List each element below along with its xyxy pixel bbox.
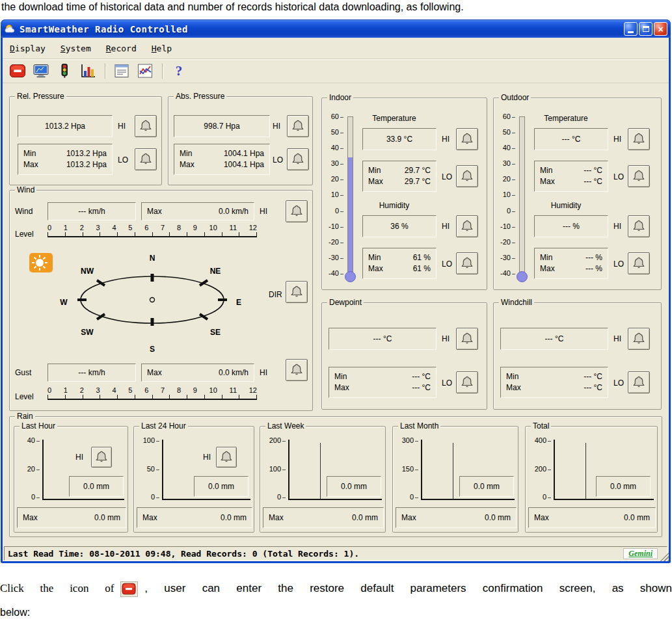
menu-record[interactable]: Record xyxy=(101,42,141,55)
restore-default-button[interactable] xyxy=(7,61,29,81)
compass-ne-label: NE xyxy=(210,267,221,276)
rain-hour-hi-alarm-button[interactable] xyxy=(91,447,112,468)
toolbar-separator xyxy=(162,63,163,79)
rain-scale-label: 40 xyxy=(27,436,40,444)
restore-default-icon xyxy=(121,582,137,596)
max-label: Max xyxy=(506,382,521,393)
maximize-button[interactable] xyxy=(639,22,652,36)
thermometer-bulb xyxy=(517,271,528,282)
monitor-icon xyxy=(33,63,49,79)
outdoor-humidity-hi-alarm-button[interactable] xyxy=(628,215,650,237)
level-scale-number: 12 xyxy=(249,386,257,395)
rain-axis-x xyxy=(554,499,654,500)
level-scale-number: 4 xyxy=(112,386,116,395)
level-scale-number: 9 xyxy=(193,224,197,232)
hi-label: HI xyxy=(442,222,450,231)
value-text: --- °C xyxy=(562,135,581,144)
dewpoint-lo-alarm-button[interactable] xyxy=(456,371,478,393)
indoor-humidity-hi-alarm-button[interactable] xyxy=(456,215,478,237)
thermo-scale-label: 10 xyxy=(503,191,515,198)
windchill-hi-alarm-button[interactable] xyxy=(628,328,650,350)
wind-direction-alarm-button[interactable] xyxy=(286,281,308,303)
compass-n-label: N xyxy=(150,254,155,263)
compass-w-label: W xyxy=(60,298,67,307)
level-scale-number: 2 xyxy=(80,386,84,395)
lo-label: LO xyxy=(613,172,624,181)
current-data-button[interactable] xyxy=(30,61,52,81)
group-title: Total xyxy=(531,421,551,431)
bell-icon xyxy=(632,169,646,183)
thermometer-tube xyxy=(519,116,525,272)
level-scale-number: 4 xyxy=(112,224,116,232)
abs-pressure-hi-alarm-button[interactable] xyxy=(287,115,309,137)
level-scale-number: 10 xyxy=(209,224,217,232)
group-title: Last Week xyxy=(265,421,306,431)
minimize-icon xyxy=(628,31,634,33)
group-title: Dewpoint xyxy=(327,298,364,308)
gust-hi-alarm-button[interactable] xyxy=(286,359,308,381)
indoor-temp-lo-alarm-button[interactable] xyxy=(456,165,478,187)
menu-help[interactable]: Help xyxy=(147,42,176,55)
rel-pressure-lo-alarm-button[interactable] xyxy=(135,148,157,170)
minimize-button[interactable] xyxy=(624,22,638,36)
bell-icon xyxy=(94,450,109,464)
thermo-scale-label: 50 xyxy=(503,128,515,136)
rain-last-month-group: Last Month 3001500 0.0 mm Max0.0 mm xyxy=(392,426,518,533)
max-label: Max xyxy=(368,263,383,274)
outdoor-temp-hi-alarm-button[interactable] xyxy=(628,128,650,150)
rain-axis-x xyxy=(42,499,124,500)
thermo-scale-label: -30 xyxy=(329,254,343,261)
max-label: Max xyxy=(368,176,383,187)
bell-icon xyxy=(291,152,305,166)
rain-total-group: Total 4002000 0.0 mm Max0.0 mm xyxy=(525,426,658,533)
value-text: 0.0 mm xyxy=(83,482,109,491)
outdoor-temperature-value: --- °C xyxy=(534,128,608,150)
alarm-status-button[interactable] xyxy=(53,61,75,81)
close-button[interactable]: × xyxy=(654,22,667,36)
menu-display[interactable]: Display xyxy=(5,42,50,55)
outdoor-humidity-lo-alarm-button[interactable] xyxy=(628,252,650,274)
wind-speed-max: Max0.0 km/h xyxy=(141,202,254,220)
max-label: Max xyxy=(540,176,555,187)
data-window-button[interactable] xyxy=(111,61,133,81)
bell-icon xyxy=(139,119,153,133)
titlebar[interactable]: SmartWeather Radio Controlled × xyxy=(1,20,671,38)
rain-24hour-hi-alarm-button[interactable] xyxy=(216,447,237,468)
hi-label: HI xyxy=(118,122,126,131)
thermo-scale-label: -40 xyxy=(329,269,343,277)
min-label: Min xyxy=(540,252,552,263)
max-value: --- °C xyxy=(412,382,431,393)
hi-label: HI xyxy=(203,453,211,462)
level-scale-number: 2 xyxy=(80,224,84,232)
abs-pressure-group: Abs. Pressure 998.7 Hpa HI Min1004.1 Hpa… xyxy=(168,96,313,185)
abs-pressure-lo-alarm-button[interactable] xyxy=(287,148,309,170)
bell-icon xyxy=(291,119,305,133)
level-ticks xyxy=(47,395,257,400)
level-scale-number: 3 xyxy=(96,224,100,232)
max-value: --- °C xyxy=(584,176,602,187)
wind-hi-alarm-button[interactable] xyxy=(286,200,308,222)
wind-level-ruler: 0123456789101112 xyxy=(47,224,257,237)
rain-scale: 2001000 xyxy=(262,436,286,501)
min-label: Min xyxy=(368,252,381,263)
value-text: --- km/h xyxy=(78,207,105,216)
status-bar: Last Read Time: 08-10-2011 09:48, Read R… xyxy=(4,546,667,561)
min-value: 1013.2 Hpa xyxy=(66,148,107,159)
thermo-scale-label: -20 xyxy=(500,238,515,246)
gust-max: Max0.0 km/h xyxy=(141,364,254,382)
windchill-lo-alarm-button[interactable] xyxy=(628,371,650,393)
line-chart-icon xyxy=(137,63,154,79)
dewpoint-hi-alarm-button[interactable] xyxy=(456,328,478,350)
bar-chart-button[interactable] xyxy=(77,61,99,81)
outdoor-temp-lo-alarm-button[interactable] xyxy=(628,165,650,187)
indoor-temp-hi-alarm-button[interactable] xyxy=(456,128,478,150)
rain-axis-y xyxy=(288,440,289,500)
indoor-humidity-lo-alarm-button[interactable] xyxy=(456,252,478,274)
outdoor-humidity-minmax: Min--- % Max--- % xyxy=(534,248,608,279)
rain-scale-label: 50 xyxy=(147,465,159,473)
level-scale-number: 9 xyxy=(193,386,197,395)
menu-system[interactable]: System xyxy=(56,42,96,55)
rel-pressure-hi-alarm-button[interactable] xyxy=(135,115,157,137)
history-graph-button[interactable] xyxy=(134,61,156,81)
help-button[interactable] xyxy=(168,61,190,81)
